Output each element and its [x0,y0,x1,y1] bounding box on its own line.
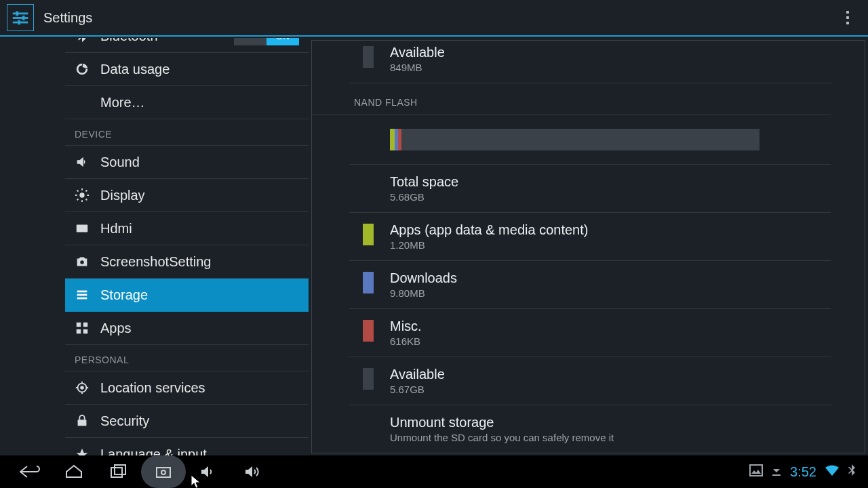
location-icon [73,379,91,396]
svg-rect-30 [157,468,170,477]
category-header-device: DEVICE [65,129,309,146]
storage-row-available-top: Available 849MB [349,40,831,83]
row-sub: 849MB [390,62,445,73]
row-title: Available [390,367,445,382]
svg-line-15 [86,190,87,192]
storage-detail-panel: Available 849MB NAND FLASH Total space5.… [311,40,865,453]
svg-rect-16 [77,225,88,232]
svg-rect-21 [77,323,81,327]
recents-button[interactable] [96,455,141,488]
storage-row-2: Downloads9.80MB [349,261,831,309]
storage-swatch [363,320,374,342]
svg-point-17 [80,260,84,264]
svg-point-7 [79,192,84,197]
storage-usage-bar-row [349,115,831,165]
sidebar-item-storage[interactable]: Storage [65,279,309,312]
svg-rect-27 [78,420,87,426]
wifi-icon[interactable] [825,464,840,479]
svg-point-25 [80,386,84,390]
sidebar-item-language[interactable]: Language & input [65,438,309,455]
download-notification-icon[interactable] [771,464,782,479]
sidebar-item-screenshot[interactable]: ScreenshotSetting [65,245,309,279]
screenshot-button[interactable] [141,455,186,488]
back-button[interactable] [7,455,52,488]
action-bar: Settings [0,0,868,37]
sidebar-item-label: Location services [100,380,205,396]
svg-line-12 [77,190,79,192]
volume-down-button[interactable] [186,455,231,488]
system-nav-bar: 3:52 [0,455,868,488]
sidebar-item-label: Apps [100,321,132,336]
sidebar-item-label: Hdmi [100,221,132,237]
category-header-personal: PERSONAL [65,354,309,371]
status-clock[interactable]: 3:52 [790,464,816,480]
svg-rect-19 [77,294,87,296]
apps-icon [73,319,91,337]
sidebar-item-more[interactable]: More… [65,86,309,119]
bluetooth-toggle[interactable]: ON [234,38,299,45]
svg-rect-28 [111,468,122,477]
storage-swatch [363,368,374,390]
sidebar-item-security[interactable]: Security [65,405,309,438]
blank-icon [73,94,91,111]
svg-rect-4 [22,16,25,20]
toggle-on-label: ON [267,38,299,45]
action-bar-title: Settings [43,10,92,26]
storage-row-4: Available5.67GB [349,357,831,405]
svg-rect-22 [83,323,87,327]
sidebar-item-display[interactable]: Display [65,179,309,212]
svg-line-13 [86,199,87,201]
settings-app-icon [7,4,34,31]
bluetooth-icon [73,38,91,45]
storage-row-3: Misc.616KB [349,309,831,357]
home-button[interactable] [52,455,96,488]
row-sub: 5.68GB [390,191,458,203]
overflow-menu-icon[interactable] [834,4,861,31]
svg-rect-2 [16,12,18,16]
svg-rect-32 [750,465,762,476]
storage-row-0: Total space5.68GB [349,165,831,213]
svg-rect-23 [77,329,81,333]
row-title: Misc. [390,319,422,334]
bluetooth-status-icon[interactable] [848,464,856,479]
storage-section-header: NAND FLASH [312,83,831,115]
row-title: Available [390,45,445,60]
sidebar-item-label: ScreenshotSetting [100,254,211,270]
row-sub: 616KB [390,336,422,347]
sidebar-item-location[interactable]: Location services [65,371,309,405]
storage-usage-bar [390,129,760,150]
svg-rect-6 [18,20,20,25]
row-title: Unmount storage [390,415,614,430]
sidebar-item-bluetooth[interactable]: Bluetooth ON [65,38,309,53]
sidebar-item-label: Sound [100,155,140,170]
sidebar-item-hdmi[interactable]: Hdmi [65,212,309,245]
picture-notification-icon[interactable] [749,464,763,479]
svg-rect-20 [77,298,87,300]
sidebar-item-sound[interactable]: Sound [65,146,309,179]
volume-up-button[interactable] [231,455,275,488]
storage-icon [73,286,91,304]
row-sub: 1.20MB [390,239,588,251]
language-icon [73,446,91,456]
storage-row-1: Apps (app data & media content)1.20MB [349,213,831,261]
lock-icon [73,412,91,430]
row-title: Apps (app data & media content) [390,222,588,238]
camera-icon [73,253,91,270]
sidebar-item-apps[interactable]: Apps [65,312,309,345]
sidebar-item-label: Data usage [100,62,170,77]
row-sub: Unmount the SD card so you can safely re… [390,432,614,443]
sidebar-item-label: Storage [100,287,148,303]
storage-swatch [363,272,374,293]
data-usage-icon [73,60,91,78]
sound-icon [73,153,91,171]
sidebar-item-label: Language & input [100,447,207,455]
storage-swatch [363,224,374,245]
row-sub: 9.80MB [390,287,457,299]
storage-row-5[interactable]: Unmount storageUnmount the SD card so yo… [349,405,831,453]
row-title: Total space [390,174,458,190]
svg-rect-3 [13,17,28,19]
svg-rect-29 [115,465,125,474]
sidebar-item-data-usage[interactable]: Data usage [65,53,309,86]
svg-line-14 [77,199,79,201]
svg-rect-18 [77,291,87,293]
